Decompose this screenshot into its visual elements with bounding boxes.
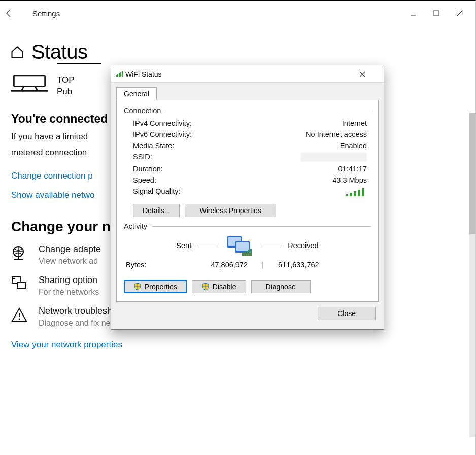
globe-icon — [11, 245, 27, 261]
option-label: Sharing option — [39, 275, 99, 286]
svg-rect-18 — [122, 71, 123, 77]
wifi-status-dialog: WiFi Status General Connection IPv4 Conn… — [111, 65, 384, 330]
network-type-partial: Pub — [57, 86, 75, 98]
speed-row: Speed: 43.3 Mbps — [133, 174, 367, 186]
sharing-icon — [11, 276, 27, 292]
page-title: Status — [31, 41, 87, 63]
sent-label: Sent — [176, 241, 191, 250]
details-button[interactable]: Details... — [133, 204, 180, 217]
svg-rect-23 — [362, 188, 364, 196]
svg-rect-21 — [354, 191, 356, 196]
svg-rect-15 — [117, 74, 118, 77]
scrollbar-thumb[interactable] — [469, 113, 475, 234]
warning-triangle-icon — [11, 307, 27, 323]
svg-rect-29 — [244, 252, 246, 256]
svg-rect-30 — [246, 251, 248, 256]
option-desc: For the networks — [39, 288, 99, 297]
tab-general[interactable]: General — [116, 87, 157, 100]
option-desc: View network ad — [39, 257, 101, 266]
disable-button[interactable]: Disable — [192, 280, 246, 293]
svg-rect-27 — [236, 242, 249, 251]
change-connection-properties-link[interactable]: Change connection p — [11, 171, 93, 181]
dialog-tab-content: Connection IPv4 Connectivity: Internet I… — [116, 100, 379, 302]
wifi-bars-icon — [115, 71, 123, 78]
dialog-titlebar: WiFi Status — [111, 65, 384, 83]
svg-rect-14 — [116, 75, 117, 77]
shield-icon — [133, 283, 142, 291]
connection-group-title: Connection — [124, 107, 371, 115]
network-name-partial: TOP — [57, 75, 75, 86]
back-button[interactable] — [4, 8, 28, 18]
window-titlebar: Settings — [0, 1, 475, 25]
svg-rect-16 — [119, 73, 120, 77]
monitor-icon — [11, 75, 48, 93]
activity-group-title: Activity — [124, 222, 371, 230]
home-icon — [10, 45, 24, 59]
shield-icon — [201, 283, 210, 291]
ssid-row: SSID: — [133, 151, 367, 163]
option-label: Change adapte — [39, 244, 101, 255]
show-available-networks-link[interactable]: Show available netwo — [11, 190, 94, 200]
divider-line — [57, 63, 101, 64]
network-activity-icon — [224, 233, 255, 258]
svg-rect-2 — [14, 76, 45, 87]
dialog-close-button[interactable] — [359, 71, 380, 77]
signal-bars-icon — [345, 187, 367, 197]
diagnose-button[interactable]: Diagnose — [251, 280, 311, 293]
close-window-button[interactable] — [448, 5, 471, 21]
media-state-row: Media State: Enabled — [133, 140, 367, 151]
vertical-scrollbar[interactable] — [469, 113, 475, 437]
svg-rect-11 — [13, 278, 15, 279]
svg-rect-22 — [358, 190, 360, 196]
activity-visualization: Sent — [124, 233, 371, 258]
view-network-properties-link[interactable]: View your network properties — [11, 340, 475, 350]
svg-rect-17 — [120, 72, 121, 77]
received-label: Received — [288, 241, 318, 250]
ipv4-row: IPv4 Connectivity: Internet — [133, 118, 367, 129]
close-button[interactable]: Close — [318, 307, 376, 320]
svg-rect-32 — [250, 249, 252, 256]
properties-button[interactable]: Properties — [124, 280, 187, 293]
svg-rect-10 — [17, 282, 25, 288]
bytes-row: Bytes: 47,806,972 | 611,633,762 — [126, 261, 369, 269]
ssid-value-redacted — [301, 153, 367, 162]
svg-rect-31 — [248, 250, 250, 256]
ipv6-row: IPv6 Connectivity: No Internet access — [133, 129, 367, 140]
svg-rect-19 — [346, 194, 348, 196]
svg-rect-20 — [350, 193, 352, 196]
maximize-button[interactable] — [425, 5, 448, 21]
svg-rect-1 — [434, 11, 439, 16]
bytes-sent-value: 47,806,972 — [182, 261, 248, 269]
wireless-properties-button[interactable]: Wireless Properties — [185, 204, 276, 217]
page-header: Status — [10, 41, 475, 63]
bytes-received-value: 611,633,762 — [278, 261, 349, 269]
svg-point-13 — [19, 319, 20, 320]
svg-rect-28 — [242, 253, 244, 256]
signal-quality-row: Signal Quality: — [133, 186, 367, 199]
dialog-title: WiFi Status — [125, 70, 162, 78]
duration-row: Duration: 01:41:17 — [133, 163, 367, 174]
minimize-button[interactable] — [401, 5, 425, 21]
app-title: Settings — [32, 9, 60, 18]
